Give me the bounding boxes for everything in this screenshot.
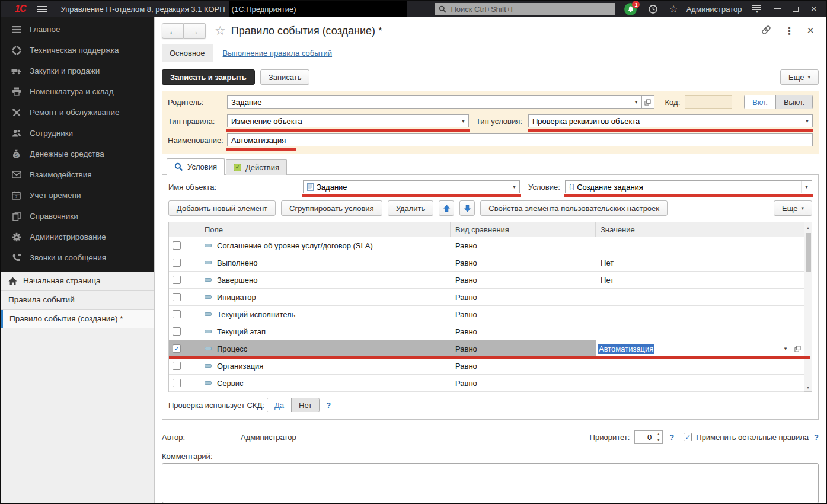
row-checkbox[interactable]: [173, 344, 181, 353]
form-close-button[interactable]: [807, 25, 814, 36]
comment-field[interactable]: [162, 463, 819, 503]
dropdown-icon[interactable]: [780, 344, 791, 354]
priority-stepper[interactable]: [634, 430, 663, 444]
move-down-button[interactable]: [459, 200, 475, 216]
row-checkbox[interactable]: [173, 362, 181, 370]
window-close-button[interactable]: [810, 5, 817, 13]
apply-rules-help-link[interactable]: ?: [814, 433, 819, 442]
global-search[interactable]: [435, 3, 615, 15]
sidebar-item[interactable]: Закупки и продажи: [1, 60, 154, 81]
maximize-button[interactable]: [793, 7, 799, 12]
save-and-close-button[interactable]: Записать и закрыть: [162, 69, 255, 85]
tab-actions[interactable]: Действия: [226, 159, 287, 175]
priority-input[interactable]: [635, 431, 654, 443]
scroll-down-icon[interactable]: [806, 382, 810, 391]
row-checkbox[interactable]: [173, 259, 181, 267]
more-menu-icon[interactable]: [784, 25, 794, 37]
spin-up-icon[interactable]: [654, 431, 662, 437]
apply-rules-checkbox[interactable]: [684, 433, 692, 441]
notifications-bell-icon[interactable]: 1: [624, 2, 637, 15]
sidebar-item[interactable]: 7Учет времени: [1, 185, 154, 206]
object-name-label: Имя объекта:: [168, 183, 303, 192]
spin-down-icon[interactable]: [654, 437, 662, 443]
row-checkbox[interactable]: [173, 327, 181, 336]
tab-rule-execution-link[interactable]: Выполнение правила событий: [223, 49, 333, 58]
priority-help-link[interactable]: ?: [669, 433, 674, 442]
conditions-more-button[interactable]: Еще: [774, 200, 812, 216]
sidebar-item[interactable]: Главное: [1, 19, 154, 40]
toolbar-button[interactable]: Сгруппировать условия: [281, 200, 382, 216]
condition-type-combo[interactable]: Проверка реквизитов объекта: [528, 114, 813, 127]
sidebar-item[interactable]: Номенклатура и склад: [1, 81, 154, 102]
dropdown-icon[interactable]: [509, 181, 519, 193]
skd-help-link[interactable]: ?: [326, 401, 331, 410]
sidebar-item[interactable]: Справочники: [1, 206, 154, 227]
sidebar-tab[interactable]: Начальная страница: [1, 272, 154, 291]
table-row[interactable]: Сервис Равно: [169, 375, 804, 392]
table-row[interactable]: Процесс Равно Автоматизация: [169, 340, 804, 358]
dropdown-icon[interactable]: [801, 181, 812, 193]
tab-main[interactable]: Основное: [162, 44, 213, 62]
toggle-off-button[interactable]: Выкл.: [775, 95, 812, 109]
sidebar-item[interactable]: Сотрудники: [1, 123, 154, 143]
table-row[interactable]: Завершено Равно Нет: [169, 272, 804, 289]
name-field[interactable]: [227, 133, 813, 146]
sidebar-item[interactable]: Ремонт и обслуживание: [1, 102, 154, 123]
scroll-up-icon[interactable]: [806, 222, 810, 232]
rule-type-combo[interactable]: Изменение объекта: [227, 114, 469, 127]
row-checkbox[interactable]: [173, 293, 181, 301]
nav-forward-button[interactable]: [184, 23, 206, 39]
history-icon[interactable]: [648, 4, 658, 14]
table-row[interactable]: Организация Равно: [169, 358, 804, 375]
save-button[interactable]: Записать: [260, 69, 310, 85]
toolbar-button[interactable]: Добавить новый элемент: [168, 200, 276, 216]
table-row[interactable]: Текущий исполнитель Равно: [169, 306, 804, 323]
row-checkbox[interactable]: [173, 241, 181, 250]
sidebar-item[interactable]: Звонки и сообщения: [1, 247, 154, 268]
dropdown-icon[interactable]: [458, 115, 468, 127]
favorite-star-icon[interactable]: [215, 24, 226, 38]
move-up-button[interactable]: [439, 200, 454, 216]
minimize-button[interactable]: [774, 8, 781, 9]
search-input[interactable]: [449, 4, 611, 14]
table-scrollbar[interactable]: [804, 222, 812, 391]
more-button[interactable]: Еще: [780, 69, 819, 85]
user-name[interactable]: Администратор: [686, 5, 742, 14]
favorites-star-icon[interactable]: [669, 3, 678, 15]
open-button[interactable]: [791, 344, 804, 354]
dropdown-icon[interactable]: [631, 96, 641, 108]
tab-conditions[interactable]: Условия: [167, 158, 225, 175]
sidebar-tab[interactable]: Правило события (создание) *: [1, 310, 154, 328]
main-menu-icon[interactable]: [37, 6, 47, 12]
row-checkbox[interactable]: [173, 310, 181, 318]
row-checkbox[interactable]: [173, 276, 181, 284]
nav-back-button[interactable]: [162, 23, 184, 39]
user-settings-props-button[interactable]: Свойства элемента пользовательских настр…: [480, 200, 668, 216]
sidebar-item[interactable]: Техническая поддержка: [1, 40, 154, 60]
people-icon: [11, 128, 21, 138]
user-menu-icon[interactable]: [752, 5, 761, 13]
table-row[interactable]: Текущий этап Равно: [169, 323, 804, 340]
svg-text:7: 7: [15, 194, 17, 199]
object-name-combo[interactable]: Задание: [303, 180, 520, 193]
toggle-on-button[interactable]: Вкл.: [745, 95, 775, 109]
table-row[interactable]: Соглашение об уровне услуг/договор (SLA)…: [169, 237, 804, 254]
toolbar-button[interactable]: Удалить: [388, 200, 434, 216]
sidebar-item[interactable]: Взаимодействия: [1, 164, 154, 185]
get-link-icon[interactable]: [761, 25, 771, 37]
sidebar-item-label: Справочники: [30, 212, 78, 221]
sidebar-item[interactable]: SДенежные средства: [1, 143, 154, 164]
parent-combo[interactable]: Задание: [227, 95, 642, 109]
row-checkbox[interactable]: [173, 379, 181, 387]
value-editor[interactable]: Автоматизация: [596, 344, 804, 354]
skd-yes-button[interactable]: Да: [267, 398, 291, 412]
condition-combo[interactable]: Создание задания: [565, 180, 812, 193]
sidebar-tab[interactable]: Правила событий: [1, 291, 154, 310]
table-row[interactable]: Инициатор Равно: [169, 289, 804, 306]
table-row[interactable]: Выполнено Равно Нет: [169, 254, 804, 272]
parent-open-button[interactable]: [642, 95, 654, 109]
sidebar-item[interactable]: Администрирование: [1, 227, 154, 247]
scrollbar-thumb[interactable]: [806, 233, 811, 272]
skd-no-button[interactable]: Нет: [291, 398, 319, 412]
dropdown-icon[interactable]: [802, 115, 812, 127]
